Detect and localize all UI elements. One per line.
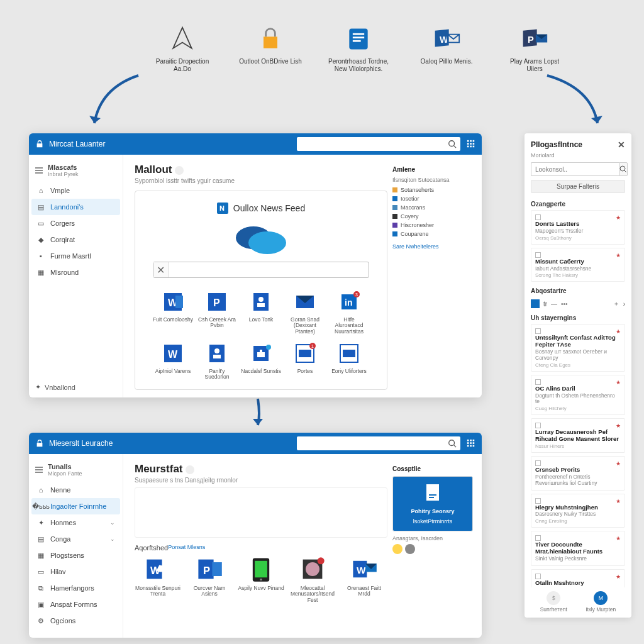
checkbox[interactable]	[535, 535, 541, 541]
tool-sq-icon[interactable]	[531, 299, 540, 308]
app-tile[interactable]: WMonssstile Senpuri Trenta	[135, 555, 181, 603]
folder-icon: ▭	[36, 219, 45, 228]
sidebar-item[interactable]: ▤Conga⌄	[31, 531, 120, 547]
sidebar-item[interactable]: ✦Honmes⌄	[31, 514, 120, 531]
sidebar-item[interactable]: ⌂Vmple	[31, 182, 120, 199]
top-icon-doc[interactable]: Perontrhoasd Tordne, New Vilolorphics.	[327, 25, 390, 73]
clear-icon[interactable]: ✕	[153, 262, 169, 277]
app-tile[interactable]: Mleocattal Menusators/Itsend Fest	[289, 555, 336, 603]
tile-label: Hitfe Alurosntacd Nuurartsitas	[329, 317, 369, 335]
waffle-icon[interactable]	[467, 439, 475, 448]
checkbox[interactable]	[535, 252, 541, 258]
aside-item[interactable]: Iosetior	[392, 194, 473, 203]
app-tile[interactable]: Aspily Nuvv Pinand	[238, 555, 284, 603]
sidebar-item[interactable]: ▭Hilav	[31, 564, 120, 580]
star-icon[interactable]: ★	[616, 423, 621, 429]
app-label: Aspily Nuvv Pinand	[238, 586, 284, 591]
tile[interactable]: in3Hitfe Alurosntacd Nuurartsitas	[329, 289, 369, 335]
sidebar-item[interactable]: ▪Furme Masrtl	[31, 248, 120, 264]
tile[interactable]: 1Portes	[285, 341, 325, 380]
svg-point-82	[306, 562, 319, 576]
tile[interactable]: WFuit Comolooshy	[153, 289, 193, 335]
checkbox[interactable]	[535, 423, 541, 428]
panel-row[interactable]: ★Otalln MsshtnoryOby Mi siCazrnomемShak …	[531, 569, 625, 587]
sidebar-item[interactable]: ⚙Ogcions	[31, 613, 120, 629]
sidebar-bottom-item[interactable]: ✦Vnballond	[35, 383, 75, 391]
panel-filter-pill[interactable]: Surpae Falteris	[531, 180, 625, 193]
row-title: Lurray Decausnerosh Pef Rihcatd Gonе Mas…	[535, 429, 621, 443]
star-icon[interactable]: ★	[616, 214, 621, 221]
aside-item-label: Couparene	[401, 231, 429, 237]
panel-row[interactable]: ★Lurray Decausnerosh Pef Rihcatd Gonе Ma…	[531, 418, 625, 453]
tile[interactable]: Panlt'y Suedorlon	[197, 341, 237, 380]
star-icon[interactable]: ★	[616, 498, 621, 504]
sidebar-item[interactable]: ⧉Hamerfangors	[31, 580, 120, 596]
titlebar-search[interactable]	[297, 436, 460, 450]
section-link[interactable]: Ponsat Mlesns	[168, 544, 205, 552]
app-tile[interactable]: POurcver Nam Asiens	[186, 555, 233, 603]
star-icon[interactable]: ★	[616, 328, 621, 335]
panel-section-title: Abqostartre	[531, 287, 625, 294]
tile[interactable]: Nacdalsf Sunstis	[241, 341, 281, 380]
panel-row[interactable]: ★Нlegry MuhstningjhenDasrosnery Nыky Tir…	[531, 494, 625, 528]
footer-button-a[interactable]: $Sunrheтent	[540, 591, 567, 613]
top-icon-pub[interactable]: P Play Arams Lopst Uiiers	[503, 25, 566, 73]
sidebar-item[interactable]: ▦Plogstsens	[31, 547, 120, 564]
panel-row[interactable]: ★OC Alins DarilDogtunt th Оshetn Phenens…	[531, 375, 625, 415]
panel-row[interactable]: ★Tiver Docoundte Mrat.hieniаbiout Faunts…	[531, 531, 625, 566]
aside-item[interactable]: Hiscroneshеr	[392, 221, 473, 230]
sidebar-item[interactable]: ▭Corgers	[31, 215, 120, 231]
star-icon[interactable]: ★	[616, 535, 621, 541]
sidebar-item[interactable]: ◆Corqirat	[31, 231, 120, 248]
star-icon[interactable]: ★	[616, 379, 621, 386]
checkbox[interactable]	[535, 379, 541, 385]
checkbox[interactable]	[535, 460, 541, 466]
panel-search-button[interactable]	[619, 162, 628, 176]
top-icon-send[interactable]: Paraitic Dropection Aa.Do	[151, 25, 214, 73]
panel-row[interactable]: ★Missunt CaбеrrtyIaburt AndastasrsehsneS…	[531, 248, 625, 282]
checkbox[interactable]	[535, 328, 541, 334]
top-icon-lock[interactable]: Outloot OnBDrive Lish	[239, 25, 302, 73]
star-icon[interactable]: ★	[616, 252, 621, 258]
close-icon[interactable]: ✕	[618, 140, 625, 150]
sidebar-item[interactable]: ▣Anspat Formns	[31, 596, 120, 613]
chevron-right-icon[interactable]: ›	[623, 301, 625, 308]
panel-row[interactable]: ★Crsnseb ProritsPontheerenef n Оntetis R…	[531, 456, 625, 490]
titlebar-search[interactable]	[297, 137, 460, 151]
sidebar-item[interactable]: �ьььIngaolter Foinrnhe	[31, 498, 120, 514]
waffle-icon[interactable]	[467, 140, 475, 148]
aside-link[interactable]: Sare Nwheiteleres	[392, 243, 473, 250]
tile[interactable]: Eoriy Uliforters	[329, 341, 369, 380]
aside-card[interactable]: Pohitry Seonsry lsoketPtrminrrts	[392, 476, 473, 531]
panel-row[interactable]: ★Donrts LasttеrsMapogeon's TrsstlerOersq…	[531, 210, 625, 245]
sidebar-item[interactable]: ⌂Nenne	[31, 482, 120, 498]
app-tile[interactable]: WOrenaest Faitt Mrdd	[341, 555, 387, 603]
nav-icon: ⧉	[36, 584, 45, 592]
tile[interactable]: Lovo Tonk	[241, 289, 281, 335]
aside-item[interactable]: Sotansehеrts	[392, 186, 473, 194]
tile[interactable]: Goran Snad (Dexixant Ptantes)	[285, 289, 325, 335]
tile-icon	[248, 341, 274, 366]
aside-below: Anasgtars, Isacrden	[392, 535, 473, 541]
aside-item[interactable]: Соуerу	[392, 212, 473, 221]
footer-button-b[interactable]: MItкlу Мurpten	[586, 591, 616, 613]
star-icon[interactable]: ★	[616, 574, 621, 580]
star-icon[interactable]: ★	[616, 460, 621, 467]
top-icon-word[interactable]: W Oaloq Pilllo Menis.	[415, 25, 478, 73]
tile[interactable]: PCsh Cereek Ara Pvbin	[197, 289, 237, 335]
sidebar-item[interactable]: ▦Mlsround	[31, 264, 120, 280]
chevron-down-icon: ⌄	[110, 536, 115, 542]
panel-row[interactable]: ★Untssiltynft Сonfast AditTog Fepiter TA…	[531, 324, 625, 371]
checkbox[interactable]	[535, 498, 541, 504]
feed-search-input[interactable]	[169, 266, 369, 274]
panel-search-input[interactable]	[531, 162, 619, 176]
feed-search[interactable]: ✕	[153, 262, 369, 278]
aside-item[interactable]: Массrans	[392, 203, 473, 212]
aside-item[interactable]: Couparene	[392, 230, 473, 238]
tool-plus-icon[interactable]: ＋	[613, 299, 619, 308]
checkbox[interactable]	[535, 214, 541, 220]
checkbox[interactable]	[535, 574, 541, 579]
tile[interactable]: WAipIniol Varens	[153, 341, 193, 380]
svg-rect-65	[470, 442, 472, 444]
sidebar-item[interactable]: ▤Lanndoni's	[31, 199, 120, 215]
